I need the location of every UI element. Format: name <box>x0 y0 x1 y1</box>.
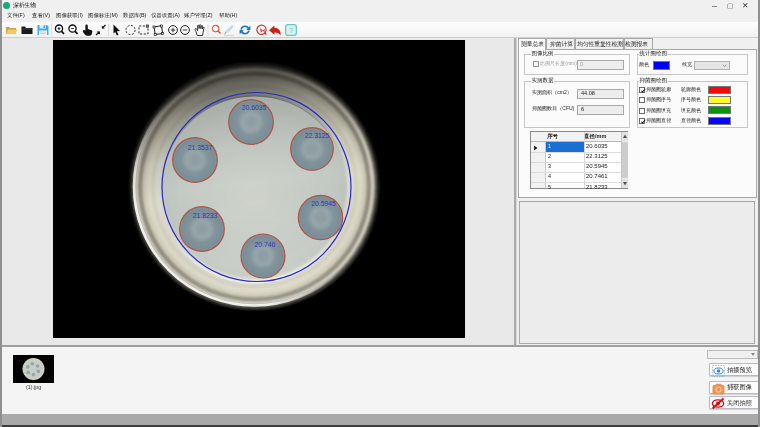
svg-text:20.746: 20.746 <box>255 241 276 248</box>
svg-text:21.3537: 21.3537 <box>188 144 213 151</box>
svg-text:22.3125: 22.3125 <box>305 132 330 139</box>
svg-text:21.8233: 21.8233 <box>193 212 218 219</box>
svg-text:?: ? <box>289 26 294 35</box>
svg-text:20.5945: 20.5945 <box>311 200 336 207</box>
svg-text:20.6035: 20.6035 <box>242 104 267 111</box>
